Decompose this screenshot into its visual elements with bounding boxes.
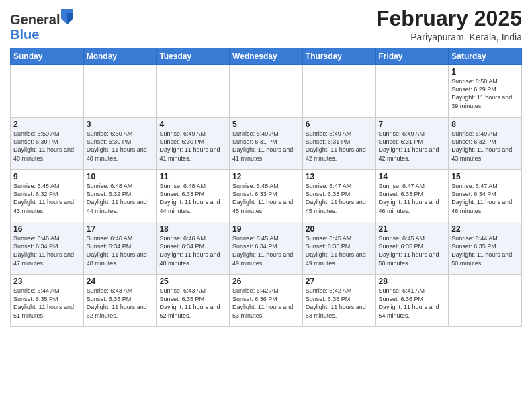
day-number: 2 (13, 120, 81, 129)
calendar-week-row: 1Sunrise: 6:50 AM Sunset: 6:29 PM Daylig… (11, 65, 522, 118)
day-number: 12 (232, 172, 300, 181)
day-number: 8 (451, 120, 519, 129)
calendar-week-row: 16Sunrise: 6:46 AM Sunset: 6:34 PM Dayli… (11, 222, 522, 275)
day-number: 11 (159, 172, 226, 181)
logo-general-text: General (10, 12, 60, 27)
logo-blue-text: Blue (10, 27, 39, 42)
calendar-cell: 11Sunrise: 6:48 AM Sunset: 6:33 PM Dayli… (157, 170, 230, 222)
day-number: 13 (306, 172, 373, 181)
day-info: Sunrise: 6:49 AM Sunset: 6:30 PM Dayligh… (159, 130, 226, 163)
day-info: Sunrise: 6:44 AM Sunset: 6:35 PM Dayligh… (451, 234, 519, 267)
calendar-cell: 15Sunrise: 6:47 AM Sunset: 6:34 PM Dayli… (449, 170, 522, 222)
day-number: 14 (379, 172, 446, 181)
title-block: February 2025 Pariyapuram, Kerala, India (376, 7, 522, 42)
logo: General Blue (10, 9, 73, 42)
calendar-cell: 12Sunrise: 6:48 AM Sunset: 6:33 PM Dayli… (230, 170, 303, 222)
day-number: 18 (159, 224, 226, 234)
day-number: 26 (232, 277, 300, 286)
day-info: Sunrise: 6:47 AM Sunset: 6:34 PM Dayligh… (451, 182, 519, 215)
day-info: Sunrise: 6:41 AM Sunset: 6:36 PM Dayligh… (379, 287, 446, 320)
day-info: Sunrise: 6:47 AM Sunset: 6:33 PM Dayligh… (379, 182, 446, 215)
calendar-cell: 25Sunrise: 6:43 AM Sunset: 6:35 PM Dayli… (157, 275, 230, 327)
calendar-cell: 20Sunrise: 6:45 AM Sunset: 6:35 PM Dayli… (302, 222, 375, 275)
calendar-cell: 10Sunrise: 6:48 AM Sunset: 6:32 PM Dayli… (83, 170, 157, 222)
calendar-cell: 22Sunrise: 6:44 AM Sunset: 6:35 PM Dayli… (449, 222, 522, 275)
calendar-cell: 28Sunrise: 6:41 AM Sunset: 6:36 PM Dayli… (375, 275, 449, 327)
day-info: Sunrise: 6:49 AM Sunset: 6:31 PM Dayligh… (306, 130, 373, 163)
day-number: 23 (13, 277, 81, 286)
calendar: Sunday Monday Tuesday Wednesday Thursday… (10, 48, 522, 327)
day-info: Sunrise: 6:50 AM Sunset: 6:30 PM Dayligh… (87, 130, 154, 163)
col-friday: Friday (375, 48, 449, 65)
calendar-cell: 17Sunrise: 6:46 AM Sunset: 6:34 PM Dayli… (83, 222, 157, 275)
day-info: Sunrise: 6:48 AM Sunset: 6:33 PM Dayligh… (232, 182, 300, 215)
col-thursday: Thursday (302, 48, 375, 65)
day-number: 20 (306, 224, 373, 234)
day-info: Sunrise: 6:48 AM Sunset: 6:33 PM Dayligh… (159, 182, 226, 215)
day-number: 28 (379, 277, 446, 286)
calendar-cell (157, 65, 230, 118)
day-info: Sunrise: 6:45 AM Sunset: 6:34 PM Dayligh… (232, 234, 300, 267)
calendar-cell (11, 65, 84, 118)
day-number: 3 (87, 120, 154, 129)
day-number: 15 (451, 172, 519, 181)
calendar-cell: 3Sunrise: 6:50 AM Sunset: 6:30 PM Daylig… (83, 118, 157, 170)
calendar-cell (230, 65, 303, 118)
calendar-cell: 26Sunrise: 6:42 AM Sunset: 6:36 PM Dayli… (230, 275, 303, 327)
logo-icon (61, 9, 73, 24)
day-info: Sunrise: 6:50 AM Sunset: 6:29 PM Dayligh… (451, 77, 519, 110)
day-number: 25 (159, 277, 226, 286)
day-info: Sunrise: 6:46 AM Sunset: 6:34 PM Dayligh… (159, 234, 226, 267)
day-number: 1 (451, 67, 519, 77)
calendar-week-row: 23Sunrise: 6:44 AM Sunset: 6:35 PM Dayli… (11, 275, 522, 327)
col-monday: Monday (83, 48, 157, 65)
calendar-cell: 16Sunrise: 6:46 AM Sunset: 6:34 PM Dayli… (11, 222, 84, 275)
calendar-cell: 23Sunrise: 6:44 AM Sunset: 6:35 PM Dayli… (11, 275, 84, 327)
day-number: 24 (87, 277, 154, 286)
day-number: 21 (379, 224, 446, 234)
day-info: Sunrise: 6:46 AM Sunset: 6:34 PM Dayligh… (13, 234, 81, 267)
calendar-cell: 14Sunrise: 6:47 AM Sunset: 6:33 PM Dayli… (375, 170, 449, 222)
calendar-cell: 9Sunrise: 6:48 AM Sunset: 6:32 PM Daylig… (11, 170, 84, 222)
day-info: Sunrise: 6:45 AM Sunset: 6:35 PM Dayligh… (379, 234, 446, 267)
day-info: Sunrise: 6:50 AM Sunset: 6:30 PM Dayligh… (13, 130, 81, 163)
calendar-cell (449, 275, 522, 327)
day-info: Sunrise: 6:49 AM Sunset: 6:31 PM Dayligh… (232, 130, 300, 163)
month-title: February 2025 (376, 7, 522, 30)
day-info: Sunrise: 6:48 AM Sunset: 6:32 PM Dayligh… (87, 182, 154, 215)
page: General Blue February 2025 Pariyapuram, … (0, 0, 532, 411)
col-wednesday: Wednesday (230, 48, 303, 65)
header: General Blue February 2025 Pariyapuram, … (10, 7, 522, 42)
calendar-cell: 1Sunrise: 6:50 AM Sunset: 6:29 PM Daylig… (449, 65, 522, 118)
calendar-cell: 4Sunrise: 6:49 AM Sunset: 6:30 PM Daylig… (157, 118, 230, 170)
day-number: 6 (306, 120, 373, 129)
calendar-week-row: 2Sunrise: 6:50 AM Sunset: 6:30 PM Daylig… (11, 118, 522, 170)
calendar-week-row: 9Sunrise: 6:48 AM Sunset: 6:32 PM Daylig… (11, 170, 522, 222)
day-info: Sunrise: 6:43 AM Sunset: 6:35 PM Dayligh… (159, 287, 226, 320)
day-number: 7 (379, 120, 446, 129)
day-info: Sunrise: 6:42 AM Sunset: 6:36 PM Dayligh… (232, 287, 300, 320)
calendar-cell: 21Sunrise: 6:45 AM Sunset: 6:35 PM Dayli… (375, 222, 449, 275)
day-number: 9 (13, 172, 81, 181)
calendar-cell: 2Sunrise: 6:50 AM Sunset: 6:30 PM Daylig… (11, 118, 84, 170)
day-info: Sunrise: 6:49 AM Sunset: 6:31 PM Dayligh… (379, 130, 446, 163)
calendar-cell: 13Sunrise: 6:47 AM Sunset: 6:33 PM Dayli… (302, 170, 375, 222)
day-info: Sunrise: 6:43 AM Sunset: 6:35 PM Dayligh… (87, 287, 154, 320)
day-number: 22 (451, 224, 519, 234)
day-number: 10 (87, 172, 154, 181)
day-number: 16 (13, 224, 81, 234)
day-number: 19 (232, 224, 300, 234)
day-info: Sunrise: 6:47 AM Sunset: 6:33 PM Dayligh… (306, 182, 373, 215)
day-info: Sunrise: 6:49 AM Sunset: 6:32 PM Dayligh… (451, 130, 519, 163)
calendar-cell: 5Sunrise: 6:49 AM Sunset: 6:31 PM Daylig… (230, 118, 303, 170)
calendar-cell: 18Sunrise: 6:46 AM Sunset: 6:34 PM Dayli… (157, 222, 230, 275)
calendar-cell (83, 65, 157, 118)
day-info: Sunrise: 6:46 AM Sunset: 6:34 PM Dayligh… (87, 234, 154, 267)
day-info: Sunrise: 6:44 AM Sunset: 6:35 PM Dayligh… (13, 287, 81, 320)
day-number: 27 (306, 277, 373, 286)
day-number: 17 (87, 224, 154, 234)
location-subtitle: Pariyapuram, Kerala, India (376, 32, 522, 42)
calendar-cell: 27Sunrise: 6:42 AM Sunset: 6:36 PM Dayli… (302, 275, 375, 327)
weekday-header-row: Sunday Monday Tuesday Wednesday Thursday… (11, 48, 522, 65)
calendar-cell: 6Sunrise: 6:49 AM Sunset: 6:31 PM Daylig… (302, 118, 375, 170)
